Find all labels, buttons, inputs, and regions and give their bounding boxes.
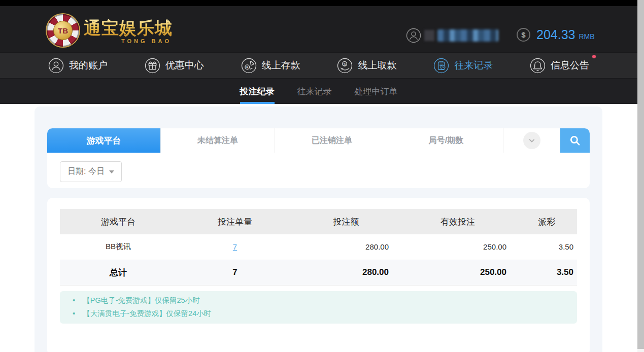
account-balance[interactable]: $ 204.33 RMB — [517, 27, 595, 42]
dollar-icon: $ — [517, 28, 530, 42]
svg-text:$: $ — [344, 61, 346, 66]
chevron-down-icon — [527, 135, 537, 146]
scrollbar-thumb[interactable] — [637, 0, 644, 349]
bet-count-link[interactable]: 7 — [233, 242, 237, 251]
tab-cancelled-bets[interactable]: 已注销注单 — [275, 128, 389, 153]
vertical-scrollbar[interactable] — [637, 0, 644, 352]
col-header-platform: 游戏平台 — [60, 209, 177, 234]
sub-navigation: 投注纪录 往来记录 处理中订单 — [0, 79, 637, 104]
table-total-row: 总计 7 280.00 250.00 3.50 — [60, 260, 577, 285]
account-icon — [48, 58, 64, 74]
total-valid-bet: 250.00 — [399, 260, 517, 285]
note-item: • 【大满贯电子-免费游戏】仅保留24小时 — [60, 307, 577, 320]
poker-chip-logo-icon: TB — [47, 14, 79, 47]
note-item: • 【PG电子-免费游戏】仅保留25小时 — [60, 294, 577, 307]
date-filter-button[interactable]: 日期: 今日 — [60, 161, 122, 182]
cell-platform: BB视讯 — [60, 234, 177, 260]
page-content: 游戏平台 未结算注单 已注销注单 — [0, 104, 637, 352]
col-header-valid-bet: 有效投注 — [399, 209, 517, 234]
cell-valid-bet: 250.00 — [399, 234, 517, 260]
filter-dropdown[interactable] — [503, 128, 560, 153]
username-mask-block — [424, 30, 434, 41]
logo-title: 通宝娱乐城 — [84, 17, 173, 40]
cell-bet-amount: 280.00 — [293, 234, 399, 260]
subnav-tab-processing-orders[interactable]: 处理中订单 — [355, 79, 398, 104]
deposit-coin-hand-icon: ¥ — [241, 58, 257, 74]
total-label: 总计 — [60, 260, 177, 285]
records-panel: 游戏平台 未结算注单 已注销注单 — [35, 107, 602, 352]
balance-currency: RMB — [579, 29, 594, 41]
table-row: BB视讯 7 280.00 250.00 3.50 — [60, 234, 577, 260]
nav-item-my-account[interactable]: 我的账户 — [48, 58, 108, 74]
chip-tb-label: TB — [53, 21, 73, 40]
col-header-bet-count: 投注单量 — [177, 209, 293, 234]
nav-item-promotions[interactable]: 优惠中心 — [145, 58, 204, 74]
nav-item-announcements[interactable]: 信息公告 — [530, 58, 589, 74]
cell-payout: 3.50 — [517, 234, 577, 260]
username-masked — [437, 29, 498, 42]
main-navigation: 我的账户 优惠中心 ¥ 线上存款 $ 线上取款 — [0, 52, 637, 79]
col-header-bet-amount: 投注额 — [293, 209, 399, 234]
col-header-payout: 派彩 — [517, 209, 577, 234]
table-header-row: 游戏平台 投注单量 投注额 有效投注 派彩 — [60, 209, 577, 234]
bet-summary-table: 游戏平台 投注单量 投注额 有效投注 派彩 BB视讯 7 280.00 250.… — [60, 209, 577, 286]
retention-notes: • 【PG电子-免费游戏】仅保留25小时 • 【大满贯电子-免费游戏】仅保留24… — [60, 291, 577, 324]
table-box: 游戏平台 投注单量 投注额 有效投注 派彩 BB视讯 7 280.00 250.… — [47, 198, 590, 352]
tab-unsettled-bets[interactable]: 未结算注单 — [160, 128, 275, 153]
nav-item-deposit[interactable]: ¥ 线上存款 — [241, 58, 300, 74]
user-avatar-icon — [406, 28, 421, 43]
tab-game-platform[interactable]: 游戏平台 — [47, 128, 160, 153]
search-button[interactable] — [560, 128, 590, 153]
nav-item-transaction-records[interactable]: 往来记录 — [433, 58, 493, 74]
notification-dot-badge — [592, 55, 596, 58]
subnav-tab-bet-records[interactable]: 投注纪录 — [240, 79, 275, 104]
logo-subtitle: TONG BAO — [84, 38, 173, 44]
round-number-input[interactable] — [389, 128, 503, 153]
site-header: TB 通宝娱乐城 TONG BAO $ 204.33 RMB — [0, 6, 637, 52]
bullet-icon: • — [73, 307, 75, 320]
subnav-tab-transactions[interactable]: 往来记录 — [297, 79, 332, 104]
withdraw-coin-hand-icon: $ — [337, 58, 353, 74]
search-icon — [568, 134, 582, 147]
nav-item-withdraw[interactable]: $ 线上取款 — [337, 58, 396, 74]
total-bet-count: 7 — [177, 260, 293, 285]
round-number-cell — [389, 128, 503, 153]
filter-box: 游戏平台 未结算注单 已注销注单 — [47, 128, 590, 188]
site-logo[interactable]: TB 通宝娱乐城 TONG BAO — [47, 14, 173, 47]
caret-down-icon — [109, 170, 114, 173]
top-strip — [0, 0, 637, 6]
bell-icon — [530, 58, 546, 74]
user-info[interactable] — [406, 28, 498, 43]
bullet-icon: • — [73, 294, 75, 307]
gift-icon — [145, 58, 160, 74]
balance-amount: 204.33 — [536, 27, 575, 42]
total-bet-amount: 280.00 — [293, 260, 399, 285]
records-clipboard-icon — [433, 58, 449, 74]
filter-tabbar: 游戏平台 未结算注单 已注销注单 — [47, 128, 590, 153]
total-payout: 3.50 — [517, 260, 577, 285]
